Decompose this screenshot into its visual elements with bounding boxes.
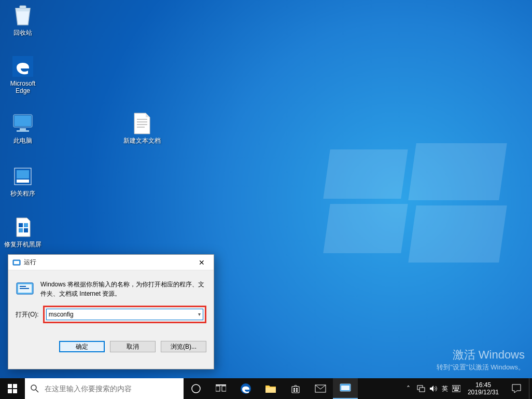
svg-rect-13 <box>19 223 23 227</box>
svg-rect-49 <box>453 388 454 389</box>
desktop-icon-recycle-bin[interactable]: 回收站 <box>3 3 43 36</box>
svg-rect-14 <box>24 223 28 227</box>
svg-rect-3 <box>15 116 31 126</box>
tray-ime-lang[interactable]: 英 <box>440 384 450 393</box>
mail-icon <box>315 384 326 393</box>
dialog-body: Windows 将根据你所输入的名称，为你打开相应的程序、文件夹、文档或 Int… <box>8 270 214 328</box>
shutdown-tool-icon <box>10 164 35 189</box>
run-dialog-taskbar-icon <box>340 383 351 393</box>
desktop-icon-edge[interactable]: Microsoft Edge <box>3 54 43 94</box>
svg-line-28 <box>36 390 38 392</box>
svg-rect-21 <box>20 286 26 287</box>
svg-rect-16 <box>24 228 28 232</box>
volume-icon <box>429 385 438 392</box>
taskbar-cortana[interactable] <box>184 378 208 399</box>
svg-rect-41 <box>341 386 349 390</box>
windows-logo-icon <box>8 384 17 393</box>
tray-volume[interactable] <box>427 385 440 392</box>
edge-icon <box>10 54 35 79</box>
taskbar-file-explorer[interactable] <box>258 378 283 399</box>
dialog-titlebar[interactable]: 运行 ✕ <box>8 255 214 270</box>
start-button[interactable] <box>0 378 25 399</box>
task-view-icon <box>216 384 226 393</box>
recycle-bin-icon <box>10 3 35 28</box>
edge-icon <box>240 382 252 395</box>
taskbar-mail[interactable] <box>308 378 333 399</box>
svg-rect-48 <box>458 387 459 388</box>
svg-rect-0 <box>20 6 26 8</box>
system-tray: ˄ 英 <box>402 378 463 399</box>
this-pc-icon <box>10 111 35 136</box>
search-icon <box>30 384 39 393</box>
taskbar-search-input[interactable] <box>45 384 178 393</box>
store-icon <box>290 383 301 394</box>
svg-rect-53 <box>454 390 458 391</box>
desktop: 回收站 Microsoft Edge 此电脑 新建文本文档 秒关程序 修复开机黑… <box>0 0 532 399</box>
taskbar-edge[interactable] <box>233 378 258 399</box>
svg-rect-22 <box>20 288 29 289</box>
dialog-close-button[interactable]: ✕ <box>190 255 214 270</box>
svg-rect-51 <box>456 388 457 389</box>
taskbar-show-desktop[interactable] <box>529 378 532 399</box>
desktop-icon-this-pc[interactable]: 此电脑 <box>3 111 43 144</box>
run-info-text: Windows 将根据你所输入的名称，为你打开相应的程序、文件夹、文档或 Int… <box>40 280 206 298</box>
desktop-wallpaper-logo <box>327 140 503 259</box>
ok-button[interactable]: 确定 <box>59 341 105 352</box>
run-info-icon <box>16 280 34 298</box>
run-dialog: 运行 ✕ Windows 将根据你所输入的名称，为你打开相应的程序、文件夹、文档… <box>8 254 214 369</box>
desktop-icon-text-doc[interactable]: 新建文本文档 <box>122 111 162 144</box>
tray-show-hidden[interactable]: ˄ <box>402 384 415 393</box>
svg-rect-47 <box>456 387 457 388</box>
clock-date: 2019/12/31 <box>468 389 499 396</box>
dialog-title: 运行 <box>24 258 190 267</box>
svg-rect-18 <box>14 261 19 264</box>
taskbar-running-run-dialog[interactable] <box>333 378 358 399</box>
desktop-icon-shutdown-tool[interactable]: 秒关程序 <box>3 164 43 197</box>
svg-rect-15 <box>19 228 23 232</box>
taskbar-task-view[interactable] <box>208 378 233 399</box>
repair-tool-icon <box>10 215 35 240</box>
run-open-combobox[interactable]: ▾ <box>46 309 203 320</box>
taskbar-notifications[interactable] <box>504 378 529 399</box>
svg-rect-45 <box>453 387 454 388</box>
svg-rect-34 <box>265 388 276 393</box>
svg-rect-30 <box>216 386 220 391</box>
svg-rect-11 <box>17 170 29 178</box>
taskbar-clock[interactable]: 16:45 2019/12/31 <box>463 378 504 399</box>
svg-rect-37 <box>293 390 295 392</box>
run-dialog-icon <box>12 258 21 267</box>
svg-rect-23 <box>8 384 12 388</box>
cancel-button[interactable]: 取消 <box>110 341 156 352</box>
svg-rect-26 <box>13 389 17 393</box>
tray-network[interactable] <box>415 385 427 392</box>
chevron-up-icon: ˄ <box>407 384 410 393</box>
browse-button[interactable]: 浏览(B)... <box>161 341 206 352</box>
svg-rect-12 <box>17 180 29 183</box>
svg-rect-25 <box>8 389 12 393</box>
svg-rect-31 <box>222 386 226 391</box>
network-icon <box>417 385 425 392</box>
taskbar-search[interactable] <box>25 378 184 399</box>
svg-point-29 <box>192 384 200 393</box>
svg-rect-43 <box>419 388 425 392</box>
svg-rect-46 <box>455 387 456 388</box>
folder-icon <box>265 384 276 393</box>
tray-ime-mode[interactable] <box>450 385 463 392</box>
notification-icon <box>512 384 521 393</box>
cortana-icon <box>191 383 201 394</box>
desktop-icon-repair-tool[interactable]: 修复开机黑屏 <box>3 215 43 248</box>
run-open-input[interactable] <box>49 311 191 318</box>
svg-rect-32 <box>216 384 226 386</box>
taskbar: ˄ 英 16:45 2019/12/31 <box>0 378 532 399</box>
svg-rect-52 <box>458 388 459 389</box>
svg-rect-38 <box>296 390 298 392</box>
svg-rect-24 <box>13 384 17 388</box>
close-icon: ✕ <box>199 258 205 267</box>
dialog-button-row: 确定 取消 浏览(B)... <box>8 328 214 360</box>
svg-point-27 <box>31 385 36 390</box>
taskbar-store[interactable] <box>283 378 308 399</box>
svg-rect-5 <box>17 130 29 132</box>
activation-watermark: 激活 Windows 转到"设置"以激活 Windows。 <box>437 347 525 372</box>
ime-keyboard-icon <box>452 385 460 392</box>
chevron-down-icon[interactable]: ▾ <box>198 311 201 317</box>
